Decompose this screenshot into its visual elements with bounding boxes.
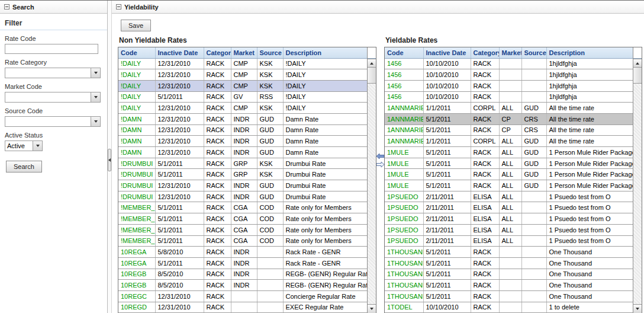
table-row[interactable]: 1MULE5/1/2011RACKALLGUD1 Person Mule Rid…: [385, 158, 633, 169]
move-right-icon[interactable]: [376, 162, 384, 167]
table-row[interactable]: !DAMN12/31/2010RACKINDRGUDDamn Rate: [118, 147, 367, 158]
cell: 5/1/2011: [155, 213, 204, 225]
table-row[interactable]: !DAMN12/31/2010RACKINDRGUDDamn Rate: [118, 113, 367, 124]
active-status-select[interactable]: Active: [5, 140, 43, 151]
yieldability-panel-header[interactable]: Yieldability: [112, 1, 644, 14]
column-header[interactable]: Inactive Date: [423, 47, 471, 58]
table-row[interactable]: 1MULE5/1/2011RACKALLGUD1 Person Mule Rid…: [385, 180, 633, 191]
table-row[interactable]: 1MULE5/1/2011RACKALLGUD1 Person Mule Rid…: [385, 147, 633, 158]
table-row[interactable]: 10REGA5/1/2011RACKINDRRack Rate - GENR: [118, 257, 367, 269]
scrollbar-up-icon[interactable]: [633, 59, 642, 68]
search-button[interactable]: Search: [6, 161, 42, 173]
column-header[interactable]: Code: [118, 47, 155, 58]
cell: CMP: [231, 80, 257, 91]
table-row[interactable]: !DAILY12/31/2010RACKCMPKSK!DAILY: [118, 80, 367, 91]
column-header[interactable]: Description: [546, 47, 633, 58]
cell: 8/5/2010: [155, 280, 204, 291]
table-row[interactable]: 1PSUEDO2/11/2011ELISAALL1 Psuedo test fr…: [385, 224, 633, 235]
dropdown-arrow-icon[interactable]: [33, 141, 42, 151]
table-row[interactable]: 1PSUEDO2/11/2011ELISAALL1 Psuedo test fr…: [385, 235, 633, 247]
column-header[interactable]: Market: [231, 47, 257, 58]
market-code-select[interactable]: [5, 92, 101, 103]
column-header[interactable]: Description: [283, 47, 367, 58]
table-row[interactable]: !DRUMBUI5/1/2011RACKGRPKSKDrumbui Rate: [118, 158, 367, 169]
table-row[interactable]: 1THOUSAND5/1/2011RACKOne Thousand: [385, 247, 633, 258]
column-header[interactable]: Inactive Date: [155, 47, 204, 58]
table-row[interactable]: 1ANNMARIE1/1/2011CORPLALLGUDAll the time…: [385, 136, 633, 147]
table-row[interactable]: 1ANNMARIE5/1/2011RACKCPCRSAll the time r…: [385, 124, 633, 136]
collapse-left-icon: [108, 158, 111, 162]
cell: 12/31/2010: [155, 136, 204, 147]
cell: COD: [257, 235, 283, 247]
table-row[interactable]: !DAILY5/1/2011RACKGVRSS!DAILY: [118, 91, 367, 103]
table-row[interactable]: 1PSUEDO2/11/2011ELISAALL1 Psuedo test fr…: [385, 191, 633, 202]
table-row[interactable]: 10REGA5/8/2010RACKINDRRack Rate - GENR: [118, 247, 367, 258]
search-panel-header[interactable]: Search: [0, 1, 107, 14]
table-row[interactable]: !MEMBER_RA...5/1/2011RACKCGACODRate only…: [118, 224, 367, 235]
scrollbar-down-icon[interactable]: [368, 304, 376, 313]
cell: 1MULE: [385, 180, 423, 191]
table-row[interactable]: !DRUMBUI12/31/2010RACKINDRGUDDrumbui Rat…: [118, 191, 367, 202]
table-row[interactable]: 10REGB8/5/2010RACKINDRREGB- (GENR) Regul…: [118, 280, 367, 291]
cell: !DAMN: [118, 113, 155, 124]
table-row[interactable]: !DRUMBUI12/31/2010RACKINDRGUDDrumbui Rat…: [118, 180, 367, 191]
table-row[interactable]: 1THOUSAND5/1/2011RACKOne Thousand: [385, 290, 633, 302]
panel-splitter[interactable]: [108, 1, 112, 313]
table-row[interactable]: 145610/10/2010RACK1hjldfghja: [385, 91, 633, 103]
scrollbar-up-icon[interactable]: [368, 59, 376, 68]
column-header[interactable]: Source: [521, 47, 546, 58]
table-row[interactable]: 10REGD12/31/2010RACKEXEC Regular Rate: [118, 302, 367, 313]
table-row[interactable]: !DAMN12/31/2010RACKINDRGUDDamn Rate: [118, 124, 367, 136]
table-row[interactable]: 145610/10/2010RACK1hjldfghja: [385, 80, 633, 91]
column-header[interactable]: Category: [471, 47, 499, 58]
table-row[interactable]: 1THOUSAND5/1/2011RACKOne Thousand: [385, 269, 633, 280]
table-row[interactable]: 1THOUSAND5/1/2011RACKOne Thousand: [385, 280, 633, 291]
table-row[interactable]: 1MULE5/1/2011RACKALLGUD1 Person Mule Rid…: [385, 169, 633, 180]
dropdown-arrow-icon[interactable]: [91, 68, 100, 78]
rate-category-select[interactable]: [5, 68, 101, 78]
yieldable-section: Yieldable Rates CodeInactive DateCategor…: [384, 36, 642, 313]
table-row[interactable]: 10REGC12/31/2010RACKConcierge Regular Ra…: [118, 290, 367, 302]
table-row[interactable]: 1TODEL10/10/2010RACK1 to delete: [385, 302, 633, 313]
rate-code-input[interactable]: [5, 44, 98, 54]
collapse-icon[interactable]: [116, 4, 121, 9]
table-row[interactable]: !DRUMBUI5/1/2011RACKGRPKSKDrumbui Rate: [118, 169, 367, 180]
source-code-select[interactable]: [5, 116, 101, 127]
dropdown-arrow-icon[interactable]: [91, 117, 100, 126]
table-row[interactable]: !DAILY12/31/2010RACKCMPKSK!DAILY: [118, 58, 367, 69]
column-header[interactable]: Category: [204, 47, 231, 58]
table-row[interactable]: 145610/10/2010RACK1hjldfghja: [385, 58, 633, 69]
table-row[interactable]: 1ANNMARIE1/1/2011CORPLALLGUDAll the time…: [385, 103, 633, 114]
collapse-icon[interactable]: [4, 4, 9, 9]
non-yieldable-scrollbar[interactable]: [367, 47, 376, 313]
cell: All the time rate: [546, 124, 633, 136]
yieldable-scrollbar[interactable]: [633, 47, 642, 313]
column-header[interactable]: Source: [257, 47, 283, 58]
scrollbar-thumb[interactable]: [633, 68, 642, 84]
save-button[interactable]: Save: [121, 20, 151, 31]
column-header[interactable]: Code: [385, 47, 423, 58]
table-row[interactable]: 1ANNMARIE5/1/2011RACKCPCRSAll the time r…: [385, 113, 633, 124]
cell: Damn Rate: [283, 147, 367, 158]
table-row[interactable]: 10REGB8/5/2010RACKINDRREGB- (GENR) Regul…: [118, 269, 367, 280]
cell: ELISA: [471, 202, 499, 213]
table-row[interactable]: 145610/10/2010RACK1hjldfghja: [385, 69, 633, 81]
table-row[interactable]: !MEMBER_RA...5/1/2011RACKCGACODRate only…: [118, 213, 367, 225]
table-row[interactable]: !DAMN12/31/2010RACKINDRGUDDamn Rate: [118, 136, 367, 147]
table-row[interactable]: 1THOUSAND5/1/2011RACKOne Thousand: [385, 257, 633, 269]
table-row[interactable]: 1PSUEDO2/11/2011ELISAALL1 Psuedo test fr…: [385, 213, 633, 225]
scrollbar-down-icon[interactable]: [633, 304, 642, 313]
table-row[interactable]: !DAILY12/31/2010RACKCMPKSK!DAILY: [118, 69, 367, 81]
dropdown-arrow-icon[interactable]: [91, 92, 100, 102]
collapse-handle[interactable]: [108, 149, 111, 171]
scrollbar-thumb[interactable]: [368, 68, 376, 84]
table-row[interactable]: !MEMBER_RA...5/1/2011RACKCGACODRate only…: [118, 202, 367, 213]
cell: [521, 58, 546, 69]
cell: KSK: [257, 169, 283, 180]
table-row[interactable]: !MEMBER_RA...5/1/2011RACKCGACODRate only…: [118, 235, 367, 247]
table-row[interactable]: !DAILY12/31/2010RACKCMPKSK!DAILY: [118, 103, 367, 114]
column-header[interactable]: Market: [499, 47, 521, 58]
cell: 12/31/2010: [155, 69, 204, 81]
move-left-icon[interactable]: [376, 154, 384, 159]
table-row[interactable]: 1PSUEDO2/11/2011ELISAALL1 Psuedo test fr…: [385, 202, 633, 213]
